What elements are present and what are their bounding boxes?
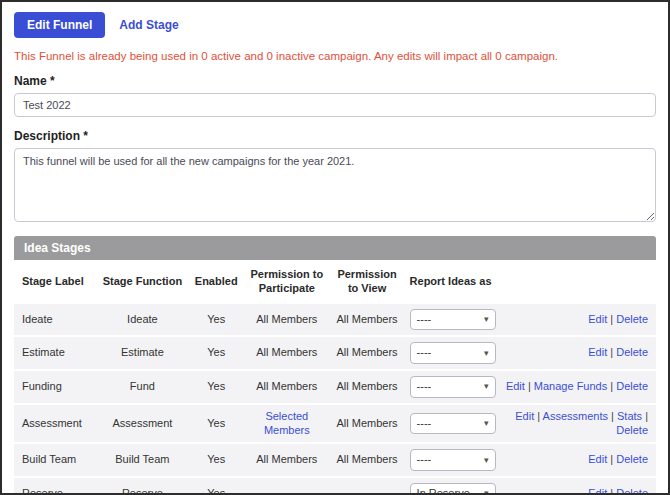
tab-add-stage[interactable]: Add Stage [119,18,178,32]
report-ideas-select[interactable]: ---- ▾ [410,413,496,435]
stage-row: Ideate Ideate Yes All Members All Member… [14,304,656,336]
report-ideas-value: ---- [417,380,432,394]
stage-label-cell: Build Team [14,444,97,476]
stage-actions-cell: Edit | Manage Funds | Delete [502,371,656,403]
stage-view-cell: All Members [329,337,406,369]
action-separator: | [534,410,542,422]
chevron-down-icon: ▾ [484,348,489,359]
action-delete-link[interactable]: Delete [616,487,648,495]
stage-function-cell: Build Team [97,444,187,476]
chevron-down-icon: ▾ [484,488,489,495]
stage-row: Funding Fund Yes All Members All Members… [14,371,656,403]
stage-actions-cell: Edit | Delete [502,304,656,336]
report-ideas-value: ---- [417,453,432,467]
report-ideas-value: ---- [417,346,432,360]
stage-participate-cell: All Members [245,337,328,369]
action-edit-link[interactable]: Edit [515,410,534,422]
action-separator: | [607,346,616,358]
action-separator: | [607,313,616,325]
tab-edit-funnel[interactable]: Edit Funnel [14,12,105,38]
action-delete-link[interactable]: Delete [616,424,648,436]
idea-stages-header: Idea Stages [14,236,656,260]
chevron-down-icon: ▾ [484,314,489,325]
stage-enabled-cell: Yes [187,371,245,403]
action-edit-link[interactable]: Edit [506,380,525,392]
name-label: Name * [14,74,656,88]
stage-table-body: Ideate Ideate Yes All Members All Member… [14,304,656,495]
stage-participate-link[interactable]: Selected Members [245,405,328,443]
stage-row: Assessment Assessment Yes Selected Membe… [14,405,656,443]
stage-function-cell: Assessment [97,405,187,443]
stage-function-cell: Ideate [97,304,187,336]
stage-enabled-cell: Yes [187,304,245,336]
action-separator: | [525,380,534,392]
header-actions [502,262,656,302]
report-ideas-select[interactable]: In Reserve ▾ [410,483,496,495]
action-delete-link[interactable]: Delete [616,453,648,465]
campaign-usage-warning: This Funnel is already being used in 0 a… [14,50,656,62]
stage-view-cell: All Members [329,405,406,443]
stage-label-cell: Assessment [14,405,97,443]
stage-view-cell: All Members [329,304,406,336]
action-delete-link[interactable]: Delete [616,346,648,358]
stage-actions-cell: Edit | Delete [502,478,656,495]
header-permission-view: Permission to View [329,262,406,302]
stage-actions-cell: Edit | Delete [502,337,656,369]
action-edit-link[interactable]: Edit [588,346,607,358]
stages-table: Stage Label Stage Function Enabled Permi… [14,260,656,495]
stage-view-cell [329,478,406,495]
action-delete-link[interactable]: Delete [616,313,648,325]
header-report-ideas-as: Report Ideas as [406,262,502,302]
stage-report-cell: ---- ▾ [406,304,502,336]
action-separator: | [607,453,616,465]
header-stage-function: Stage Function [97,262,187,302]
funnel-edit-page: Edit Funnel Add Stage This Funnel is alr… [0,0,670,495]
stage-row: Estimate Estimate Yes All Members All Me… [14,337,656,369]
description-label: Description * [14,129,656,143]
stage-actions-cell: Edit | Assessments | Stats | Delete [502,405,656,443]
header-stage-label: Stage Label [14,262,97,302]
header-permission-participate: Permission to Participate [245,262,328,302]
report-ideas-value: ---- [417,417,432,431]
action-separator: | [642,410,648,422]
action-separator: | [607,487,616,495]
stage-report-cell: ---- ▾ [406,444,502,476]
report-ideas-value: ---- [417,313,432,327]
action-stats-link[interactable]: Stats [617,410,642,422]
report-ideas-select[interactable]: ---- ▾ [410,376,496,398]
stage-actions-cell: Edit | Delete [502,444,656,476]
action-assessments-link[interactable]: Assessments [543,410,608,422]
name-input[interactable] [14,93,656,117]
stage-function-cell: Fund [97,371,187,403]
action-separator: | [607,380,616,392]
action-delete-link[interactable]: Delete [616,380,648,392]
action-edit-link[interactable]: Edit [588,313,607,325]
stage-function-cell: Estimate [97,337,187,369]
stage-enabled-cell: Yes [187,444,245,476]
stage-label-cell: Estimate [14,337,97,369]
action-edit-link[interactable]: Edit [588,487,607,495]
stage-report-cell: In Reserve ▾ [406,478,502,495]
description-textarea[interactable]: This funnel will be used for all the new… [14,148,656,222]
stage-report-cell: ---- ▾ [406,405,502,443]
stage-label-cell: Ideate [14,304,97,336]
stage-participate-cell [245,478,328,495]
action-manage-funds-link[interactable]: Manage Funds [534,380,607,392]
report-ideas-select[interactable]: ---- ▾ [410,342,496,364]
report-ideas-select[interactable]: ---- ▾ [410,309,496,331]
stage-label-cell: Reserve [14,478,97,495]
chevron-down-icon: ▾ [484,381,489,392]
stage-report-cell: ---- ▾ [406,371,502,403]
report-ideas-value: In Reserve [417,487,470,495]
report-ideas-select[interactable]: ---- ▾ [410,449,496,471]
stage-view-cell: All Members [329,444,406,476]
stage-view-cell: All Members [329,371,406,403]
action-separator: | [608,410,617,422]
stage-function-cell: Reserve [97,478,187,495]
stage-enabled-cell: Yes [187,478,245,495]
tab-bar: Edit Funnel Add Stage [14,12,656,38]
stage-enabled-cell: Yes [187,337,245,369]
stage-row: Build Team Build Team Yes All Members Al… [14,444,656,476]
action-edit-link[interactable]: Edit [588,453,607,465]
stage-enabled-cell: Yes [187,405,245,443]
